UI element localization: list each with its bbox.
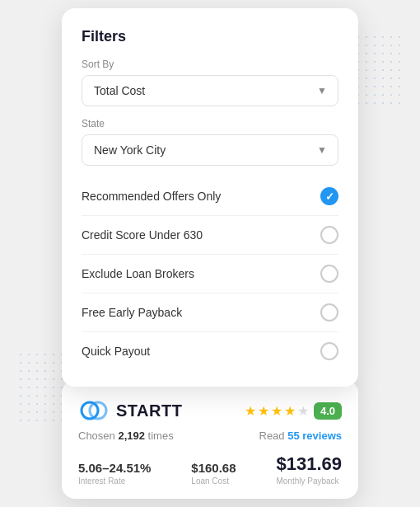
reviews-prefix: Read: [259, 430, 285, 442]
monthly-payback-label: Monthly Payback: [276, 476, 342, 486]
state-select-wrapper[interactable]: New York City Los Angeles Chicago Housto…: [82, 134, 338, 166]
sort-by-label: Sort By: [82, 59, 338, 70]
star-2: ★: [258, 403, 269, 419]
loan-cost-label: Loan Cost: [191, 476, 236, 486]
filter-row-quick-payout[interactable]: Quick Payout: [82, 332, 338, 370]
monthly-payback-stat: $131.69 Monthly Payback: [276, 453, 342, 486]
filter-row-free-payback[interactable]: Free Early Payback: [82, 293, 338, 332]
filter-card: Filters Sort By Total Cost Interest Rate…: [62, 8, 358, 387]
free-payback-checkbox[interactable]: [320, 303, 338, 322]
chosen-count: 2,192: [118, 430, 145, 442]
product-stats: 5.06–24.51% Interest Rate $160.68 Loan C…: [78, 453, 342, 486]
state-label: State: [82, 118, 338, 129]
credit-score-label: Credit Score Under 630: [82, 228, 203, 242]
star-3: ★: [271, 403, 282, 419]
exclude-brokers-label: Exclude Loan Brokers: [82, 267, 194, 280]
interest-rate-stat: 5.06–24.51% Interest Rate: [78, 461, 151, 486]
star-4: ★: [284, 403, 296, 419]
main-container: Filters Sort By Total Cost Interest Rate…: [62, 8, 358, 499]
sort-by-select[interactable]: Total Cost Interest Rate Monthly Payment: [82, 75, 338, 106]
star-5: ★: [297, 403, 309, 419]
interest-rate-label: Interest Rate: [78, 476, 151, 486]
product-card: STARTT ★ ★ ★ ★ ★ 4.0 Chosen 2,192 times: [62, 380, 358, 499]
star-1: ★: [245, 403, 256, 419]
monthly-payback-value: $131.69: [276, 453, 342, 475]
product-name: STARTT: [116, 401, 182, 420]
sort-by-section: Sort By Total Cost Interest Rate Monthly…: [82, 59, 338, 106]
chosen-label: Chosen: [78, 430, 115, 442]
exclude-brokers-checkbox[interactable]: [320, 265, 338, 283]
filter-row-exclude-brokers[interactable]: Exclude Loan Brokers: [82, 255, 338, 293]
quick-payout-label: Quick Payout: [82, 345, 150, 358]
free-payback-label: Free Early Payback: [82, 306, 182, 319]
quick-payout-checkbox[interactable]: [320, 342, 338, 360]
state-section: State New York City Los Angeles Chicago …: [82, 118, 338, 166]
filter-row-recommended[interactable]: Recommended Offers Only: [82, 177, 338, 216]
interest-rate-value: 5.06–24.51%: [78, 461, 151, 475]
product-header: STARTT ★ ★ ★ ★ ★ 4.0: [78, 395, 342, 426]
rating-block: ★ ★ ★ ★ ★ 4.0: [245, 402, 342, 420]
product-logo: STARTT: [78, 395, 182, 426]
product-chosen: Chosen 2,192 times: [78, 430, 174, 442]
filter-row-credit-score[interactable]: Credit Score Under 630: [82, 216, 338, 255]
sort-by-select-wrapper[interactable]: Total Cost Interest Rate Monthly Payment…: [82, 75, 338, 106]
recommended-offers-checkbox[interactable]: [320, 187, 338, 205]
rating-badge: 4.0: [314, 402, 342, 420]
reviews-count-link[interactable]: 55 reviews: [287, 430, 342, 442]
loan-cost-stat: $160.68 Loan Cost: [191, 461, 236, 486]
reviews-link[interactable]: Read 55 reviews: [259, 430, 343, 442]
recommended-offers-label: Recommended Offers Only: [82, 190, 221, 203]
credit-score-checkbox[interactable]: [320, 226, 338, 244]
chosen-suffix: times: [148, 430, 174, 442]
filter-title: Filters: [82, 28, 338, 45]
state-select[interactable]: New York City Los Angeles Chicago Housto…: [82, 134, 338, 166]
product-info-row: Chosen 2,192 times Read 55 reviews: [78, 430, 342, 453]
stars: ★ ★ ★ ★ ★: [245, 403, 309, 419]
startt-logo-icon: [78, 395, 110, 426]
loan-cost-value: $160.68: [191, 461, 236, 475]
